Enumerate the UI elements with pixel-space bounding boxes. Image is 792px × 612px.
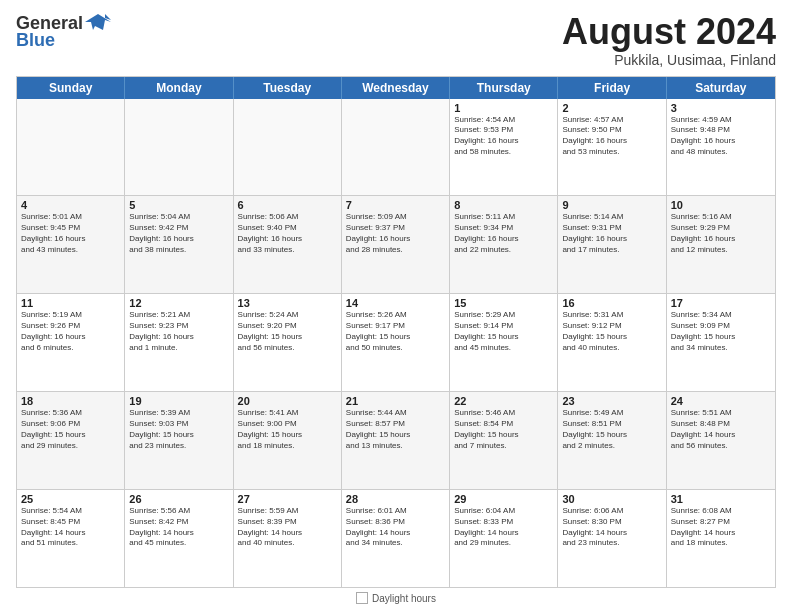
month-year-title: August 2024 [562, 12, 776, 52]
day-info: Sunrise: 6:06 AM Sunset: 8:30 PM Dayligh… [562, 506, 661, 549]
calendar-cell-22: 22Sunrise: 5:46 AM Sunset: 8:54 PM Dayli… [450, 392, 558, 489]
calendar-cell-31: 31Sunrise: 6:08 AM Sunset: 8:27 PM Dayli… [667, 490, 775, 587]
logo: General Blue [16, 12, 111, 51]
day-info: Sunrise: 5:51 AM Sunset: 8:48 PM Dayligh… [671, 408, 771, 451]
day-number: 4 [21, 199, 120, 211]
day-info: Sunrise: 5:39 AM Sunset: 9:03 PM Dayligh… [129, 408, 228, 451]
day-number: 14 [346, 297, 445, 309]
calendar-cell-1: 1Sunrise: 4:54 AM Sunset: 9:53 PM Daylig… [450, 99, 558, 196]
calendar-cell-13: 13Sunrise: 5:24 AM Sunset: 9:20 PM Dayli… [234, 294, 342, 391]
calendar-cell-17: 17Sunrise: 5:34 AM Sunset: 9:09 PM Dayli… [667, 294, 775, 391]
calendar-cell-26: 26Sunrise: 5:56 AM Sunset: 8:42 PM Dayli… [125, 490, 233, 587]
day-info: Sunrise: 5:34 AM Sunset: 9:09 PM Dayligh… [671, 310, 771, 353]
calendar-cell-18: 18Sunrise: 5:36 AM Sunset: 9:06 PM Dayli… [17, 392, 125, 489]
day-number: 22 [454, 395, 553, 407]
legend-box-daylight [356, 592, 368, 604]
calendar-row-1: 1Sunrise: 4:54 AM Sunset: 9:53 PM Daylig… [17, 99, 775, 197]
calendar-body: 1Sunrise: 4:54 AM Sunset: 9:53 PM Daylig… [17, 99, 775, 587]
day-number: 2 [562, 102, 661, 114]
day-number: 21 [346, 395, 445, 407]
calendar-cell-23: 23Sunrise: 5:49 AM Sunset: 8:51 PM Dayli… [558, 392, 666, 489]
calendar-cell-14: 14Sunrise: 5:26 AM Sunset: 9:17 PM Dayli… [342, 294, 450, 391]
day-number: 28 [346, 493, 445, 505]
calendar-cell-8: 8Sunrise: 5:11 AM Sunset: 9:34 PM Daylig… [450, 196, 558, 293]
location-subtitle: Pukkila, Uusimaa, Finland [562, 52, 776, 68]
day-info: Sunrise: 5:41 AM Sunset: 9:00 PM Dayligh… [238, 408, 337, 451]
calendar-cell-25: 25Sunrise: 5:54 AM Sunset: 8:45 PM Dayli… [17, 490, 125, 587]
calendar-weekday-monday: Monday [125, 77, 233, 99]
day-number: 7 [346, 199, 445, 211]
day-number: 1 [454, 102, 553, 114]
calendar-cell-20: 20Sunrise: 5:41 AM Sunset: 9:00 PM Dayli… [234, 392, 342, 489]
calendar: SundayMondayTuesdayWednesdayThursdayFrid… [16, 76, 776, 588]
day-info: Sunrise: 5:11 AM Sunset: 9:34 PM Dayligh… [454, 212, 553, 255]
calendar-cell-2: 2Sunrise: 4:57 AM Sunset: 9:50 PM Daylig… [558, 99, 666, 196]
header: General Blue August 2024 Pukkila, Uusima… [16, 12, 776, 68]
day-number: 19 [129, 395, 228, 407]
calendar-weekday-thursday: Thursday [450, 77, 558, 99]
calendar-row-5: 25Sunrise: 5:54 AM Sunset: 8:45 PM Dayli… [17, 490, 775, 587]
day-info: Sunrise: 5:29 AM Sunset: 9:14 PM Dayligh… [454, 310, 553, 353]
day-number: 23 [562, 395, 661, 407]
day-info: Sunrise: 5:01 AM Sunset: 9:45 PM Dayligh… [21, 212, 120, 255]
calendar-weekday-saturday: Saturday [667, 77, 775, 99]
logo-bird-icon [85, 12, 111, 34]
calendar-cell-empty-0-0 [17, 99, 125, 196]
calendar-weekday-tuesday: Tuesday [234, 77, 342, 99]
day-info: Sunrise: 5:09 AM Sunset: 9:37 PM Dayligh… [346, 212, 445, 255]
calendar-cell-19: 19Sunrise: 5:39 AM Sunset: 9:03 PM Dayli… [125, 392, 233, 489]
calendar-cell-27: 27Sunrise: 5:59 AM Sunset: 8:39 PM Dayli… [234, 490, 342, 587]
day-number: 18 [21, 395, 120, 407]
day-number: 10 [671, 199, 771, 211]
day-info: Sunrise: 5:16 AM Sunset: 9:29 PM Dayligh… [671, 212, 771, 255]
day-number: 6 [238, 199, 337, 211]
calendar-weekday-sunday: Sunday [17, 77, 125, 99]
day-info: Sunrise: 5:54 AM Sunset: 8:45 PM Dayligh… [21, 506, 120, 549]
day-info: Sunrise: 5:06 AM Sunset: 9:40 PM Dayligh… [238, 212, 337, 255]
day-info: Sunrise: 5:31 AM Sunset: 9:12 PM Dayligh… [562, 310, 661, 353]
day-info: Sunrise: 5:21 AM Sunset: 9:23 PM Dayligh… [129, 310, 228, 353]
day-info: Sunrise: 4:59 AM Sunset: 9:48 PM Dayligh… [671, 115, 771, 158]
calendar-cell-5: 5Sunrise: 5:04 AM Sunset: 9:42 PM Daylig… [125, 196, 233, 293]
day-info: Sunrise: 5:44 AM Sunset: 8:57 PM Dayligh… [346, 408, 445, 451]
calendar-cell-empty-0-1 [125, 99, 233, 196]
day-info: Sunrise: 5:26 AM Sunset: 9:17 PM Dayligh… [346, 310, 445, 353]
day-number: 8 [454, 199, 553, 211]
day-info: Sunrise: 6:04 AM Sunset: 8:33 PM Dayligh… [454, 506, 553, 549]
day-number: 31 [671, 493, 771, 505]
day-info: Sunrise: 5:46 AM Sunset: 8:54 PM Dayligh… [454, 408, 553, 451]
day-number: 17 [671, 297, 771, 309]
day-info: Sunrise: 4:57 AM Sunset: 9:50 PM Dayligh… [562, 115, 661, 158]
calendar-cell-9: 9Sunrise: 5:14 AM Sunset: 9:31 PM Daylig… [558, 196, 666, 293]
calendar-cell-6: 6Sunrise: 5:06 AM Sunset: 9:40 PM Daylig… [234, 196, 342, 293]
calendar-cell-21: 21Sunrise: 5:44 AM Sunset: 8:57 PM Dayli… [342, 392, 450, 489]
calendar-cell-3: 3Sunrise: 4:59 AM Sunset: 9:48 PM Daylig… [667, 99, 775, 196]
calendar-cell-11: 11Sunrise: 5:19 AM Sunset: 9:26 PM Dayli… [17, 294, 125, 391]
day-number: 26 [129, 493, 228, 505]
day-number: 27 [238, 493, 337, 505]
calendar-cell-empty-0-3 [342, 99, 450, 196]
day-info: Sunrise: 6:08 AM Sunset: 8:27 PM Dayligh… [671, 506, 771, 549]
day-number: 3 [671, 102, 771, 114]
day-number: 30 [562, 493, 661, 505]
day-number: 20 [238, 395, 337, 407]
footer: Daylight hours [16, 592, 776, 604]
day-number: 25 [21, 493, 120, 505]
day-info: Sunrise: 5:14 AM Sunset: 9:31 PM Dayligh… [562, 212, 661, 255]
day-number: 16 [562, 297, 661, 309]
calendar-header-row: SundayMondayTuesdayWednesdayThursdayFrid… [17, 77, 775, 99]
calendar-cell-15: 15Sunrise: 5:29 AM Sunset: 9:14 PM Dayli… [450, 294, 558, 391]
day-info: Sunrise: 6:01 AM Sunset: 8:36 PM Dayligh… [346, 506, 445, 549]
day-info: Sunrise: 4:54 AM Sunset: 9:53 PM Dayligh… [454, 115, 553, 158]
day-info: Sunrise: 5:56 AM Sunset: 8:42 PM Dayligh… [129, 506, 228, 549]
calendar-cell-28: 28Sunrise: 6:01 AM Sunset: 8:36 PM Dayli… [342, 490, 450, 587]
day-number: 11 [21, 297, 120, 309]
day-info: Sunrise: 5:24 AM Sunset: 9:20 PM Dayligh… [238, 310, 337, 353]
day-number: 15 [454, 297, 553, 309]
day-info: Sunrise: 5:36 AM Sunset: 9:06 PM Dayligh… [21, 408, 120, 451]
day-info: Sunrise: 5:19 AM Sunset: 9:26 PM Dayligh… [21, 310, 120, 353]
calendar-weekday-wednesday: Wednesday [342, 77, 450, 99]
day-number: 13 [238, 297, 337, 309]
calendar-row-3: 11Sunrise: 5:19 AM Sunset: 9:26 PM Dayli… [17, 294, 775, 392]
day-number: 5 [129, 199, 228, 211]
